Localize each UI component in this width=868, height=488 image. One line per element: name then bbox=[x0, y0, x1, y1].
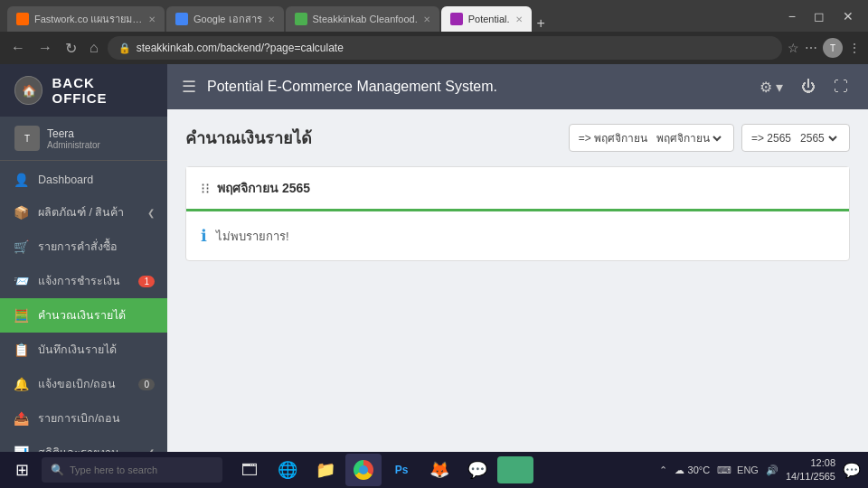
taskbar-app-ps[interactable]: Ps bbox=[383, 454, 420, 486]
page-title: คำนาณเงินรายได้ bbox=[185, 125, 312, 151]
taskbar: ⊞ 🔍 🗔 🌐 📁 Ps 🦊 💬 bbox=[0, 452, 868, 488]
no-data-message: ℹ ไม่พบรายการ! bbox=[201, 226, 835, 246]
sidebar-item-withdraw[interactable]: 📤 รายการเบิก/ถอน bbox=[0, 401, 167, 436]
minimize-button[interactable]: − bbox=[781, 7, 803, 25]
month-filter[interactable]: => พฤศจิกายน พฤศจิกายน ตุลาคม กันยายน bbox=[569, 124, 734, 152]
power-button[interactable]: ⏻ bbox=[796, 75, 821, 99]
taskbar-search[interactable]: 🔍 bbox=[42, 457, 222, 483]
taskbar-right: ⌃ ☁ 30°C ⌨ ENG 🔊 12:08 14/11/2565 💬 bbox=[659, 456, 861, 484]
tray-up-icon[interactable]: ⌃ bbox=[659, 465, 667, 476]
fox-icon: 🦊 bbox=[429, 460, 449, 480]
sidebar-item-calculate[interactable]: 🧮 คำนวณเงินรายได้ bbox=[0, 298, 167, 333]
reload-button[interactable]: ↻ bbox=[61, 38, 80, 59]
close-button[interactable]: ✕ bbox=[835, 7, 861, 25]
forward-button[interactable]: → bbox=[34, 38, 56, 58]
info-icon: ℹ bbox=[201, 226, 207, 246]
browser-icon: 🌐 bbox=[278, 460, 297, 480]
sidebar-nav: 👤 Dashboard 📦 ผลิตภัณฑ์ / สินค้า ❮ 🛒 ราย… bbox=[0, 161, 167, 488]
sidebar-item-orders[interactable]: 🛒 รายการคำสั่งซื้อ bbox=[0, 230, 167, 264]
browser-tab-steak[interactable]: Steakkinkab Cleanfood. ✕ bbox=[286, 6, 439, 32]
taskbar-app-fox[interactable]: 🦊 bbox=[421, 454, 458, 486]
taskbar-app-taskview[interactable]: 🗔 bbox=[231, 454, 268, 486]
withdraw-icon: 📤 bbox=[13, 411, 29, 426]
fullscreen-button[interactable]: ⛶ bbox=[828, 75, 854, 99]
sidebar-item-label: บันทึกเงินรายได้ bbox=[38, 341, 155, 359]
keyboard-lang: ENG bbox=[737, 465, 759, 475]
sidebar-item-products[interactable]: 📦 ผลิตภัณฑ์ / สินค้า ❮ bbox=[0, 195, 167, 230]
payment-icon: 📨 bbox=[13, 274, 29, 288]
sidebar-item-notify-withdraw[interactable]: 🔔 แจ้งขอเบิก/ถอน 0 bbox=[0, 367, 167, 401]
taskbar-app-line[interactable]: 💬 bbox=[459, 454, 495, 486]
sidebar-header: 🏠 BACK OFFICE bbox=[0, 64, 167, 117]
search-icon: 🔍 bbox=[51, 464, 64, 476]
tab-close-btn[interactable]: ✕ bbox=[423, 14, 430, 24]
back-button[interactable]: ← bbox=[7, 38, 29, 58]
taskbar-app-chrome[interactable] bbox=[345, 454, 382, 486]
lock-icon: 🔒 bbox=[118, 42, 131, 54]
browser-actions: ☆ ⋯ T ⋮ bbox=[788, 38, 861, 58]
settings-button[interactable]: ⚙ ▾ bbox=[754, 75, 788, 99]
sidebar-item-payment[interactable]: 📨 แจ้งการชำระเงิน 1 bbox=[0, 264, 167, 298]
tab-favicon bbox=[175, 13, 188, 25]
bookmark-star-button[interactable]: ☆ bbox=[788, 41, 799, 55]
user-name: Teera bbox=[47, 127, 100, 140]
notify-withdraw-badge: 0 bbox=[138, 379, 155, 390]
sidebar-item-income[interactable]: 📋 บันทึกเงินรายได้ bbox=[0, 333, 167, 367]
sidebar-title: BACK OFFICE bbox=[52, 75, 153, 106]
notification-button[interactable]: 💬 bbox=[843, 462, 861, 479]
year-filter[interactable]: => 2565 2565 2564 bbox=[741, 124, 850, 152]
profile-avatar[interactable]: T bbox=[823, 38, 843, 58]
address-bar[interactable]: 🔒 steakkinkab.com/backend/?page=calculat… bbox=[108, 36, 782, 60]
payment-badge: 1 bbox=[138, 276, 155, 287]
sidebar-item-dashboard[interactable]: 👤 Dashboard bbox=[0, 164, 167, 195]
weather-icon: ☁ bbox=[675, 465, 684, 476]
notify-withdraw-icon: 🔔 bbox=[13, 377, 29, 391]
taskbar-app-explorer[interactable]: 📁 bbox=[307, 454, 344, 486]
clock-time: 12:08 bbox=[786, 456, 835, 470]
tab-bar: Fastwork.co แผนรายมทดีแนะนักคุ... ✕ Goog… bbox=[7, 0, 545, 32]
browser-tab-google-docs[interactable]: Google เอกสาร ✕ bbox=[166, 6, 284, 32]
taskbar-app-browser[interactable]: 🌐 bbox=[269, 454, 306, 486]
address-bar-row: ← → ↻ ⌂ 🔒 steakkinkab.com/backend/?page=… bbox=[0, 32, 868, 64]
section-card: ⁝⁝ พฤศจิกายน 2565 ℹ ไม่พบรายการ! bbox=[185, 166, 850, 261]
extensions-button[interactable]: ⋯ bbox=[805, 41, 817, 55]
year-filter-label: => 2565 bbox=[751, 132, 791, 145]
tab-close-btn[interactable]: ✕ bbox=[515, 14, 523, 24]
app-container: 🏠 BACK OFFICE T Teera Administrator 👤 Da… bbox=[0, 64, 868, 488]
taskbar-apps: 🗔 🌐 📁 Ps 🦊 💬 bbox=[231, 454, 533, 486]
url-text: steakkinkab.com/backend/?page=calculate bbox=[137, 42, 344, 54]
calculate-icon: 🧮 bbox=[13, 308, 29, 323]
new-tab-button[interactable]: + bbox=[537, 15, 545, 32]
main-content: ☰ Potential E-Commerce Management System… bbox=[167, 64, 868, 488]
menu-button[interactable]: ⋮ bbox=[848, 41, 861, 55]
start-button[interactable]: ⊞ bbox=[7, 457, 36, 483]
year-select[interactable]: 2565 2564 bbox=[797, 131, 840, 145]
keyboard-layout: ⌨ ENG bbox=[717, 465, 759, 476]
top-bar: ☰ Potential E-Commerce Management System… bbox=[167, 64, 868, 109]
line-icon: 💬 bbox=[467, 460, 487, 480]
volume-icon[interactable]: 🔊 bbox=[766, 465, 778, 476]
orders-icon: 🛒 bbox=[13, 239, 29, 254]
tab-label: Fastwork.co แผนรายมทดีแนะนักคุ... bbox=[34, 11, 143, 27]
sidebar-user: T Teera Administrator bbox=[0, 117, 167, 161]
top-bar-title: Potential E-Commerce Management System. bbox=[207, 79, 497, 95]
month-filter-label: => พฤศจิกายน bbox=[579, 129, 647, 146]
tab-close-btn[interactable]: ✕ bbox=[148, 14, 156, 24]
filter-selects: => พฤศจิกายน พฤศจิกายน ตุลาคม กันยายน =>… bbox=[569, 124, 850, 152]
tab-close-btn[interactable]: ✕ bbox=[268, 14, 275, 24]
logo-icon: 🏠 bbox=[22, 84, 36, 98]
browser-chrome: Fastwork.co แผนรายมทดีแนะนักคุ... ✕ Goog… bbox=[0, 0, 868, 32]
restore-button[interactable]: ◻ bbox=[807, 7, 832, 25]
month-select[interactable]: พฤศจิกายน ตุลาคม กันยายน bbox=[653, 131, 724, 145]
search-input[interactable] bbox=[70, 465, 213, 475]
home-button[interactable]: ⌂ bbox=[86, 38, 102, 58]
grid-icon: ⁝⁝ bbox=[201, 180, 210, 197]
browser-tab-fastwork[interactable]: Fastwork.co แผนรายมทดีแนะนักคุ... ✕ bbox=[7, 6, 165, 32]
photoshop-icon: Ps bbox=[395, 464, 409, 476]
browser-tab-potential[interactable]: Potential. ✕ bbox=[441, 6, 532, 32]
chevron-right-icon: ❮ bbox=[147, 208, 155, 218]
user-avatar: T bbox=[14, 126, 40, 151]
tab-label: Potential. bbox=[468, 14, 510, 24]
hamburger-icon[interactable]: ☰ bbox=[182, 77, 196, 97]
taskbar-thumb[interactable] bbox=[497, 454, 533, 486]
